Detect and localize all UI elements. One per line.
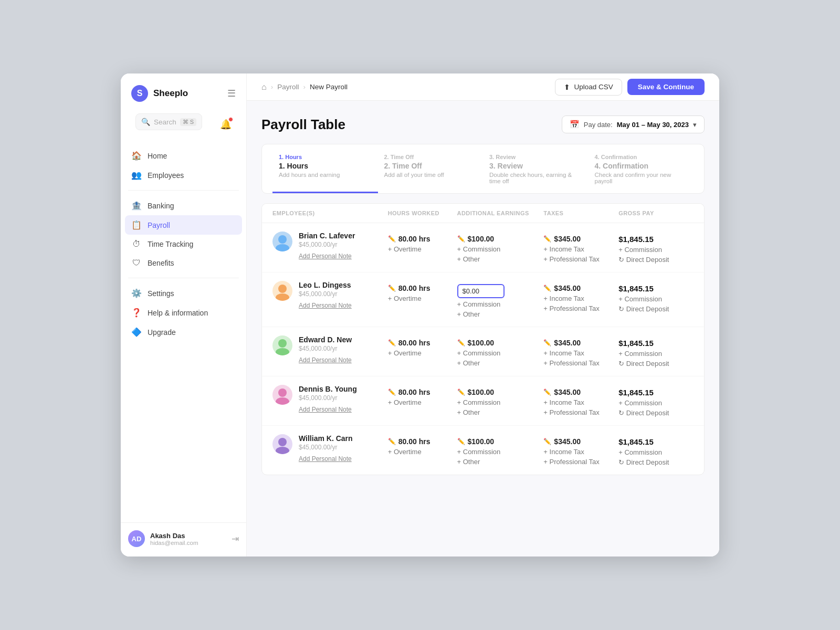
secondary-nav: 🏦 Banking 📋 Payroll ⏱ Time Tracking 🛡 Be… (121, 196, 246, 272)
income-tax-link[interactable]: + Income Tax (543, 245, 618, 253)
breadcrumb: ⌂ › Payroll › New Payroll (261, 82, 348, 92)
add-personal-note-link[interactable]: Add Personal Note (299, 302, 352, 309)
overtime-value[interactable]: + Overtime (388, 448, 457, 456)
gross-commission[interactable]: + Commission (618, 448, 694, 456)
step-time-off[interactable]: 2. Time Off 2. Time Off Add all of your … (378, 144, 484, 193)
add-personal-note-link[interactable]: Add Personal Note (299, 455, 353, 463)
commission-link[interactable]: + Commission (457, 448, 544, 456)
edit-icon: ✏️ (543, 388, 551, 396)
commission-link[interactable]: + Commission (457, 349, 544, 357)
employee-cell: William K. Carn $45,000.00/yr Add Person… (272, 434, 388, 463)
edit-icon: ✏️ (388, 339, 396, 346)
gross-commission[interactable]: + Commission (618, 399, 694, 407)
breadcrumb-payroll[interactable]: Payroll (277, 83, 299, 91)
step-number: 1. Hours (279, 154, 372, 160)
add-personal-note-link[interactable]: Add Personal Note (299, 406, 357, 413)
direct-deposit[interactable]: ↻ Direct Deposit (618, 305, 694, 313)
gross-value: $1,845.15 (618, 235, 694, 244)
step-confirmation[interactable]: 4. Confirmation 4. Confirmation Check an… (589, 144, 694, 193)
other-link[interactable]: + Other (457, 408, 544, 416)
sidebar-item-payroll[interactable]: 📋 Payroll (125, 215, 242, 235)
sidebar-item-time-tracking[interactable]: ⏱ Time Tracking (125, 235, 242, 254)
earnings-input[interactable] (457, 284, 505, 298)
step-number: 2. Time Off (384, 154, 477, 160)
employee-info: Edward D. New $45,000.00/yr Add Personal… (299, 335, 352, 364)
professional-tax-link[interactable]: + Professional Tax (543, 255, 618, 263)
earnings-cell: + Commission + Other (457, 281, 544, 318)
table-row: Brian C. Lafever $45,000.00/yr Add Perso… (262, 223, 704, 272)
other-link[interactable]: + Other (457, 255, 544, 263)
step-title: 3. Review (489, 162, 582, 170)
step-hours[interactable]: 1. Hours 1. Hours Add hours and earning (272, 144, 378, 193)
commission-link[interactable]: + Commission (457, 245, 544, 253)
sidebar-item-home[interactable]: 🏠 Home (125, 146, 242, 165)
gross-commission[interactable]: + Commission (618, 246, 694, 254)
table-row: William K. Carn $45,000.00/yr Add Person… (262, 426, 704, 475)
edit-icon: ✏️ (388, 388, 396, 396)
breadcrumb-current: New Payroll (310, 83, 348, 91)
income-tax-link[interactable]: + Income Tax (543, 398, 618, 406)
commission-link[interactable]: + Commission (457, 398, 544, 406)
gross-commission[interactable]: + Commission (618, 350, 694, 358)
search-input[interactable]: 🔍 Search ⌘ S (135, 113, 202, 130)
logo-area: S Sheeplo ☰ (121, 74, 246, 110)
avatar: AD (128, 530, 145, 547)
sidebar-item-settings[interactable]: ⚙️ Settings (125, 284, 242, 303)
hamburger-icon[interactable]: ☰ (227, 88, 236, 99)
overtime-value[interactable]: + Overtime (388, 245, 457, 253)
edit-icon: ✏️ (457, 339, 465, 346)
direct-deposit[interactable]: ↻ Direct Deposit (618, 360, 694, 368)
professional-tax-link[interactable]: + Professional Tax (543, 359, 618, 367)
step-title: 1. Hours (279, 162, 372, 170)
overtime-value[interactable]: + Overtime (388, 398, 457, 406)
logout-icon[interactable]: ⇥ (232, 533, 239, 544)
edit-icon: ✏️ (388, 285, 396, 292)
employee-name: Leo L. Dingess (299, 281, 352, 289)
commission-link[interactable]: + Commission (457, 300, 544, 308)
svg-point-3 (276, 293, 289, 301)
sidebar-item-banking[interactable]: 🏦 Banking (125, 196, 242, 215)
other-link[interactable]: + Other (457, 458, 544, 466)
save-continue-button[interactable]: Save & Continue (627, 79, 705, 95)
add-personal-note-link[interactable]: Add Personal Note (299, 253, 355, 260)
user-name: Akash Das (150, 532, 226, 540)
income-tax-link[interactable]: + Income Tax (543, 349, 618, 357)
step-review[interactable]: 3. Review 3. Review Double check hours, … (483, 144, 589, 193)
direct-deposit[interactable]: ↻ Direct Deposit (618, 458, 694, 466)
taxes-value: ✏️ $345.00 (543, 235, 618, 243)
add-personal-note-link[interactable]: Add Personal Note (299, 356, 352, 364)
income-tax-link[interactable]: + Income Tax (543, 448, 618, 456)
sidebar-item-help[interactable]: ❓ Help & information (125, 303, 242, 322)
earnings-input-active[interactable] (457, 284, 544, 298)
hours-value: ✏️ 80.00 hrs (388, 437, 457, 446)
home-breadcrumb[interactable]: ⌂ (261, 82, 267, 92)
overtime-value[interactable]: + Overtime (388, 295, 457, 302)
sidebar-item-benefits[interactable]: 🛡 Benefits (125, 254, 242, 272)
edit-icon: ✏️ (457, 438, 465, 445)
professional-tax-link[interactable]: + Professional Tax (543, 408, 618, 416)
pay-date-badge[interactable]: 📅 Pay date: May 01 – May 30, 2023 ▾ (562, 116, 705, 133)
edit-icon: ✏️ (388, 438, 396, 445)
overtime-value[interactable]: + Overtime (388, 349, 457, 357)
earnings-value: ✏️ $100.00 (457, 437, 544, 446)
upload-icon: ⬆ (564, 83, 570, 91)
employee-cell: Leo L. Dingess $45,000.00/yr Add Persona… (272, 281, 388, 309)
income-tax-link[interactable]: + Income Tax (543, 295, 618, 302)
other-link[interactable]: + Other (457, 359, 544, 367)
professional-tax-link[interactable]: + Professional Tax (543, 304, 618, 312)
upload-csv-button[interactable]: ⬆ Upload CSV (555, 79, 622, 96)
direct-deposit[interactable]: ↻ Direct Deposit (618, 256, 694, 264)
professional-tax-link[interactable]: + Professional Tax (543, 458, 618, 466)
main-content: ⌂ › Payroll › New Payroll ⬆ Upload CSV S… (247, 74, 719, 556)
sidebar-item-employees[interactable]: 👥 Employees (125, 165, 242, 185)
edit-icon: ✏️ (457, 388, 465, 396)
gross-commission[interactable]: + Commission (618, 295, 694, 303)
direct-deposit[interactable]: ↻ Direct Deposit (618, 409, 694, 417)
user-profile-area: AD Akash Das hidas@email.com ⇥ (121, 522, 246, 556)
sidebar-item-upgrade[interactable]: 🔷 Upgrade (125, 322, 242, 342)
other-link[interactable]: + Other (457, 310, 544, 318)
employee-cell: Brian C. Lafever $45,000.00/yr Add Perso… (272, 232, 388, 260)
hours-cell: ✏️ 80.00 hrs + Overtime (388, 281, 457, 302)
breadcrumb-sep-2: › (303, 83, 306, 91)
notification-bell[interactable]: 🔔 (220, 119, 232, 130)
